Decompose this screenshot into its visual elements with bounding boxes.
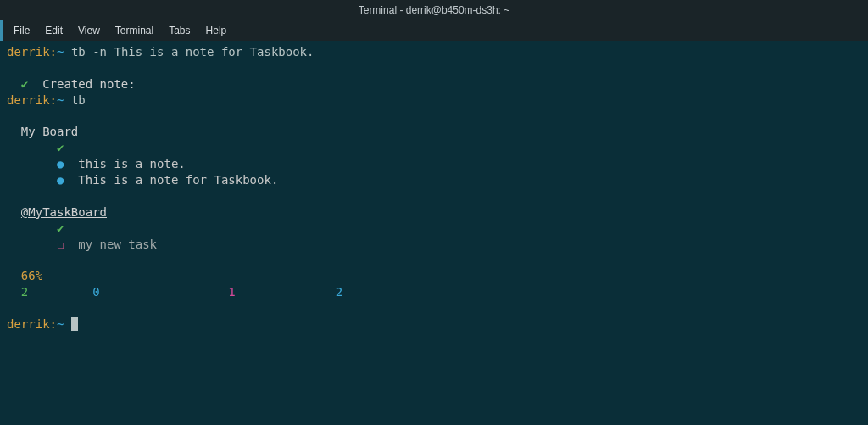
blank-line — [7, 60, 861, 76]
stat-1: 2 — [21, 285, 28, 299]
board-title-1: My Board — [21, 125, 78, 138]
bullet-icon: ● — [57, 157, 64, 171]
prompt-line-3: derrik:~ — [7, 316, 861, 333]
window-title: Terminal - derrik@b450m-ds3h: ~ — [359, 4, 510, 16]
blank-line — [7, 253, 861, 269]
check-icon: ✔ — [21, 77, 28, 91]
task-item-1: ☐ my new task — [7, 237, 861, 253]
menu-tabs[interactable]: Tabs — [161, 25, 198, 36]
command-2: tb — [71, 93, 86, 107]
prompt-path: ~ — [57, 45, 64, 59]
board-1-check: ✔ — [7, 140, 861, 156]
command-1: tb -n This is a note for Taskbook. — [71, 45, 314, 59]
window-titlebar[interactable]: Terminal - derrik@b450m-ds3h: ~ — [0, 0, 868, 20]
cursor — [71, 317, 78, 331]
blank-line — [7, 109, 861, 125]
terminal-content[interactable]: derrik:~ tb -n This is a note for Taskbo… — [0, 41, 868, 336]
board-2-header: @MyTaskBoard — [7, 204, 861, 221]
task-text-1: my new task — [78, 238, 157, 251]
percent-line: 66% — [7, 268, 861, 284]
note-item-2: ● This is a note for Taskbook. — [7, 172, 861, 188]
menu-edit[interactable]: Edit — [37, 25, 70, 36]
check-icon: ✔ — [57, 141, 64, 154]
menubar: File Edit View Terminal Tabs Help — [0, 20, 868, 41]
blank-line — [7, 300, 861, 316]
stat-4: 2 — [336, 285, 342, 299]
checkbox-icon: ☐ — [57, 238, 64, 251]
board-2-check: ✔ — [7, 221, 861, 237]
created-label: Created note: — [42, 77, 136, 91]
menu-help[interactable]: Help — [198, 25, 235, 36]
prompt-path: ~ — [57, 317, 64, 331]
created-line: ✔ Created note: — [7, 76, 861, 92]
board-1-header: My Board — [7, 124, 861, 140]
menu-view[interactable]: View — [70, 25, 108, 36]
note-text-2: This is a note for Taskbook. — [78, 173, 278, 187]
percent-value: 66% — [21, 269, 42, 282]
prompt-line-2: derrik:~ tb — [7, 92, 861, 109]
stat-2: 0 — [92, 285, 99, 299]
stat-3: 1 — [228, 285, 235, 299]
stats-line: 2 0 1 2 — [7, 284, 861, 300]
bullet-icon: ● — [57, 173, 64, 187]
prompt-user: derrik: — [7, 93, 57, 107]
menu-terminal[interactable]: Terminal — [108, 25, 161, 36]
prompt-user: derrik: — [7, 317, 57, 331]
prompt-user: derrik: — [7, 45, 57, 59]
check-icon: ✔ — [57, 221, 64, 235]
menu-file[interactable]: File — [6, 25, 37, 36]
prompt-line-1: derrik:~ tb -n This is a note for Taskbo… — [7, 44, 861, 60]
board-title-2: @MyTaskBoard — [21, 205, 107, 219]
note-item-1: ● this is a note. — [7, 156, 861, 172]
note-text-1: this is a note. — [78, 157, 185, 171]
blank-line — [7, 188, 861, 204]
prompt-path: ~ — [57, 93, 64, 107]
